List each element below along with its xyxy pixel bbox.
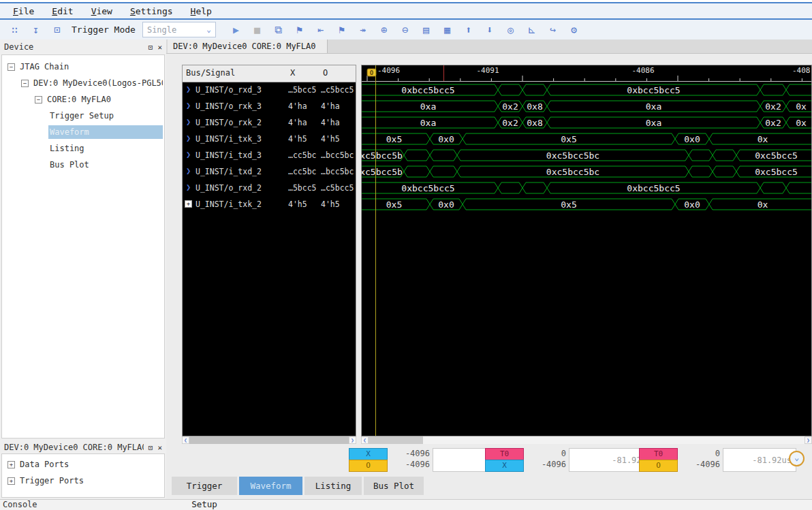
- search-values-icon[interactable]: ◎: [500, 24, 521, 36]
- cursor-group-1: XO-4096-40960: [349, 448, 501, 472]
- run-to-cursor-icon[interactable]: ↠: [352, 24, 373, 36]
- signal-row-u-inst-o-rxk-3[interactable]: ❯U_INST/o_rxk_34'ha4'ha: [183, 98, 356, 114]
- view-report-icon[interactable]: ▤: [416, 24, 437, 36]
- scroll-left-icon[interactable]: ❮: [182, 436, 189, 444]
- wave-trace-u-inst-o-rxd-2[interactable]: 0xbcc5bcc50xbcc5bcc5: [362, 180, 812, 196]
- fit-window-icon[interactable]: ▦: [437, 24, 458, 36]
- connect-chain-icon[interactable]: ∷: [4, 24, 25, 36]
- signal-name: U_INST/o_rxk_2: [196, 118, 262, 127]
- menu-file[interactable]: File: [4, 6, 43, 16]
- signal-row-u-inst-i-txd-2[interactable]: ❯U_INST/i_txd_2…cc5bc…bcc5bc: [183, 163, 356, 180]
- menu-settings[interactable]: Settings: [121, 6, 182, 16]
- signal-row-u-inst-i-txd-3[interactable]: ❯U_INST/i_txd_3…cc5bc…bcc5bc: [183, 147, 356, 163]
- move-down-icon[interactable]: ⬇: [479, 24, 500, 36]
- goto-icon[interactable]: ↪: [542, 24, 563, 36]
- trigger-mode-select[interactable]: Single⌄: [142, 22, 216, 37]
- signal-table-hscrollbar[interactable]: ❮ ❯: [182, 436, 356, 444]
- expand-chevron-icon[interactable]: ❯: [186, 150, 191, 159]
- expand-minus-icon[interactable]: −: [35, 96, 42, 103]
- menu-edit[interactable]: Edit: [43, 6, 82, 16]
- device-panel: Device ⊡ ✕ −JTAG Chain−DEV:0 MyDevice0(L…: [0, 39, 166, 440]
- program-device-icon[interactable]: ⊡: [46, 24, 67, 36]
- zoom-in-icon[interactable]: ⊕: [373, 24, 394, 36]
- run-icon[interactable]: ▶: [225, 24, 247, 36]
- wave-trace-u-inst-i-txk-2[interactable]: 0x50x00x50x00x: [362, 196, 812, 212]
- document-tab[interactable]: DEV:0 MyDevice0 CORE:0 MyFLA0: [168, 39, 328, 53]
- settings-icon[interactable]: ⚙: [563, 24, 584, 36]
- wave-trace-u-inst-i-txd-3[interactable]: xc5bcc5b0xc5bcc5bc0xc5bcc5: [362, 147, 812, 163]
- tree-item-core-0-myfla0[interactable]: −CORE:0 MyFLA0: [2, 92, 163, 107]
- tree-item-trigger-ports[interactable]: +Trigger Ports: [2, 473, 163, 488]
- cursor-group-3: T0O0-4096-81.92us: [639, 448, 796, 472]
- tree-item-label: Waveform: [48, 125, 163, 139]
- run-to-flag-icon[interactable]: ⚑: [289, 24, 310, 36]
- scroll-right-icon[interactable]: ❯: [349, 436, 356, 444]
- close-panel-icon[interactable]: ✕: [157, 443, 162, 452]
- stop-icon[interactable]: ■: [247, 24, 268, 36]
- more-cursors-button[interactable]: ⌄: [789, 451, 805, 466]
- expand-minus-icon[interactable]: −: [21, 80, 29, 87]
- wave-trace-u-inst-o-rxk-2[interactable]: 0xa0x20x80xa0x20x: [362, 114, 812, 131]
- wave-trace-u-inst-i-txk-3[interactable]: 0x50x00x50x00x: [362, 131, 812, 147]
- signal-row-u-inst-i-txk-2[interactable]: +U_INST/i_txk_24'h54'h5: [183, 196, 356, 212]
- wave-trace-u-inst-o-rxd-3[interactable]: 0xbcc5bcc50xbcc5bcc5: [362, 82, 812, 98]
- scroll-left-icon[interactable]: ❮: [361, 436, 369, 444]
- signal-row-u-inst-o-rxd-3[interactable]: ❯U_INST/o_rxd_3…5bcc5…c5bcc5: [183, 82, 356, 98]
- scroll-track[interactable]: [369, 436, 805, 444]
- instance-tree: +Data Ports+Trigger Ports: [1, 453, 165, 498]
- column-x[interactable]: X: [290, 68, 295, 78]
- zoom-out-icon[interactable]: ⊖: [394, 24, 416, 36]
- expand-plus-icon[interactable]: +: [7, 461, 15, 468]
- expand-chevron-icon[interactable]: ❯: [186, 133, 191, 143]
- column-o[interactable]: O: [323, 68, 328, 78]
- tree-item-dev-0-mydevice0-logos-pgl50[interactable]: −DEV:0 MyDevice0(Logos-PGL50…: [2, 76, 163, 91]
- waveform-view[interactable]: -4096-4091-4086-408O 0xbcc5bcc50xbcc5bcc…: [361, 65, 812, 436]
- ruler-label: -408: [792, 66, 811, 75]
- tree-item-jtag-chain[interactable]: −JTAG Chain: [2, 59, 163, 74]
- ruler-svg[interactable]: -4096-4091-4086-408O: [362, 65, 812, 82]
- expand-plus-icon[interactable]: +: [7, 477, 15, 485]
- expand-chevron-icon[interactable]: ❯: [186, 182, 191, 192]
- wave-trace-u-inst-o-rxk-3[interactable]: 0xa0x20x80xa0x20x: [362, 98, 812, 114]
- console-panel-header[interactable]: Console: [0, 499, 812, 510]
- scroll-thumb[interactable]: [369, 436, 423, 444]
- tree-item-trigger-setup[interactable]: Trigger Setup: [2, 108, 163, 123]
- view-tab-waveform[interactable]: Waveform: [239, 477, 302, 495]
- signal-row-u-inst-o-rxk-2[interactable]: ❯U_INST/o_rxk_24'ha4'ha: [183, 114, 356, 131]
- expand-minus-icon[interactable]: −: [7, 63, 15, 71]
- window-capture-icon[interactable]: ⧉: [268, 24, 289, 36]
- waveform-hscrollbar[interactable]: ❮ ❯: [361, 436, 812, 444]
- expand-chevron-icon[interactable]: ❯: [186, 84, 191, 94]
- cursor-value-top: 0: [682, 448, 720, 459]
- expand-chevron-icon[interactable]: ❯: [186, 101, 191, 110]
- move-up-icon[interactable]: ⬆: [458, 24, 479, 36]
- cursor-delta-input[interactable]: -81.92us: [723, 448, 796, 472]
- tree-item-listing[interactable]: Listing: [2, 141, 163, 156]
- view-tab-trigger-setup[interactable]: Trigger Setup: [172, 477, 237, 495]
- expand-plus-icon[interactable]: +: [185, 200, 192, 208]
- cursor-o-line[interactable]: [375, 65, 376, 436]
- next-flag-icon[interactable]: ⚑: [331, 24, 352, 36]
- wave-trace-u-inst-i-txd-2[interactable]: xc5bcc5b0xc5bcc5bc0xc5bcc5: [362, 163, 812, 180]
- close-panel-icon[interactable]: ✕: [157, 43, 162, 52]
- prev-transition-icon[interactable]: ⇤: [310, 24, 331, 36]
- view-tab-bus-plot[interactable]: Bus Plot: [364, 477, 424, 495]
- column-bus-signal[interactable]: Bus/Signal: [186, 68, 235, 78]
- menu-help[interactable]: Help: [182, 6, 221, 16]
- tree-item-waveform[interactable]: Waveform: [2, 125, 163, 140]
- signal-row-u-inst-i-txk-3[interactable]: ❯U_INST/i_txk_34'h54'h5: [183, 131, 356, 147]
- scroll-track[interactable]: [189, 436, 349, 444]
- menu-view[interactable]: View: [82, 6, 121, 16]
- expand-chevron-icon[interactable]: ❯: [186, 166, 191, 176]
- tree-item-bus-plot[interactable]: Bus Plot: [2, 157, 163, 172]
- save-config-icon[interactable]: ↧: [25, 24, 46, 36]
- tree-item-data-ports[interactable]: +Data Ports: [2, 457, 163, 472]
- scroll-thumb[interactable]: [189, 436, 349, 444]
- bus-plot-icon[interactable]: ⊾: [521, 24, 542, 36]
- float-panel-icon[interactable]: ⊡: [149, 443, 153, 452]
- view-tab-listing[interactable]: Listing: [304, 477, 362, 495]
- scroll-right-icon[interactable]: ❯: [805, 436, 812, 444]
- expand-chevron-icon[interactable]: ❯: [186, 117, 191, 127]
- float-panel-icon[interactable]: ⊡: [149, 43, 153, 52]
- signal-row-u-inst-o-rxd-2[interactable]: ❯U_INST/o_rxd_2…5bcc5…c5bcc5: [183, 180, 356, 196]
